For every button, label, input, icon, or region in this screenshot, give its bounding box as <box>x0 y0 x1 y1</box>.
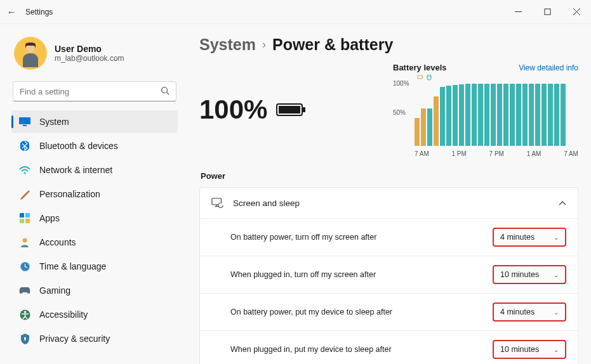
sidebar-item-label: Gaming <box>39 285 70 296</box>
dropdown-screen-plugged[interactable]: 10 minutes ⌄ <box>493 265 566 284</box>
sidebar-item-label: Time & language <box>39 261 106 271</box>
svg-rect-11 <box>25 213 30 218</box>
svg-rect-7 <box>23 125 27 126</box>
accessibility-icon <box>19 309 30 320</box>
chart-bar <box>440 87 445 146</box>
battery-small-icon <box>417 74 424 81</box>
chart-bar <box>554 84 559 146</box>
maximize-button[interactable] <box>533 0 562 24</box>
chart-xtick: 7 AM <box>564 150 578 157</box>
chevron-up-icon <box>559 197 566 209</box>
sidebar-item-network[interactable]: Network & internet <box>11 159 178 181</box>
battery-icon <box>276 102 305 117</box>
search-box[interactable] <box>13 81 176 101</box>
sidebar-item-system[interactable]: System <box>11 110 178 133</box>
personalization-icon <box>19 188 30 200</box>
row-label: On battery power, put my device to sleep… <box>230 308 392 316</box>
user-email: m_lab@outlook.com <box>55 54 124 63</box>
svg-point-18 <box>23 311 26 313</box>
breadcrumb: System › Power & battery <box>199 36 578 54</box>
chevron-down-icon: ⌄ <box>554 309 559 316</box>
chart-bar <box>535 84 540 146</box>
sidebar-item-label: Personalization <box>39 189 100 199</box>
row-label: When plugged in, turn off my screen afte… <box>230 270 376 279</box>
svg-rect-6 <box>19 117 30 124</box>
svg-rect-1 <box>545 9 550 15</box>
chart-bar <box>478 84 483 146</box>
chart-bar <box>522 84 528 146</box>
screen-sleep-header[interactable]: Screen and sleep <box>200 188 578 218</box>
sidebar-item-personalization[interactable]: Personalization <box>11 183 178 205</box>
svg-rect-20 <box>24 339 25 341</box>
sidebar-item-privacy[interactable]: Privacy & security <box>11 327 178 350</box>
chart-xtick: 1 AM <box>527 150 541 157</box>
chart-bar <box>472 84 477 146</box>
time-icon <box>19 261 30 272</box>
chevron-down-icon: ⌄ <box>554 234 559 241</box>
panel-row-screen-battery: On battery power, turn off my screen aft… <box>200 218 578 256</box>
chart-xtick: 7 PM <box>489 150 504 157</box>
chevron-down-icon: ⌄ <box>554 346 559 353</box>
section-title-power: Power <box>201 171 578 181</box>
svg-rect-10 <box>20 213 24 218</box>
chart-bar <box>529 84 534 146</box>
window-title: Settings <box>25 8 53 16</box>
close-icon <box>573 8 580 15</box>
screen-sleep-panel: Screen and sleep On battery power, turn … <box>199 187 578 364</box>
panel-title: Screen and sleep <box>233 198 300 208</box>
chart-bar <box>459 84 464 146</box>
chart-bar <box>548 84 553 146</box>
svg-point-14 <box>23 238 27 243</box>
svg-rect-22 <box>279 106 300 114</box>
chart-bar <box>421 108 426 146</box>
chart-bar <box>446 86 451 146</box>
plug-icon <box>427 74 432 81</box>
sidebar: User Demo m_lab@outlook.com System Bluet… <box>0 24 185 364</box>
sidebar-item-label: System <box>39 117 69 127</box>
panel-row-screen-plugged: When plugged in, turn off my screen afte… <box>200 256 578 293</box>
maximize-icon <box>544 8 551 15</box>
sidebar-item-label: Privacy & security <box>39 334 110 344</box>
close-button[interactable] <box>562 0 591 24</box>
chart-bar <box>541 84 547 146</box>
chart-bars <box>415 84 566 146</box>
sidebar-item-label: Apps <box>39 213 60 223</box>
svg-line-5 <box>167 92 169 94</box>
breadcrumb-parent[interactable]: System <box>199 36 256 54</box>
chart-bar <box>503 84 508 146</box>
user-profile[interactable]: User Demo m_lab@outlook.com <box>9 34 180 79</box>
dropdown-value: 4 minutes <box>500 308 535 316</box>
sidebar-item-gaming[interactable]: Gaming <box>11 279 178 302</box>
sidebar-item-accessibility[interactable]: Accessibility <box>11 303 178 326</box>
chevron-right-icon: › <box>262 38 266 51</box>
sidebar-item-time[interactable]: Time & language <box>11 255 178 278</box>
main-content: System › Power & battery 100% Battery le… <box>185 24 591 364</box>
back-button[interactable]: ← <box>0 6 23 17</box>
sidebar-item-accounts[interactable]: Accounts <box>11 231 178 254</box>
chart-bar <box>434 96 439 146</box>
minimize-button[interactable] <box>503 0 533 24</box>
chart-title: Battery levels <box>393 63 447 72</box>
panel-row-sleep-plugged: When plugged in, put my device to sleep … <box>200 330 578 364</box>
dropdown-screen-battery[interactable]: 4 minutes ⌄ <box>493 228 566 247</box>
titlebar: ← Settings <box>0 0 591 24</box>
row-label: When plugged in, put my device to sleep … <box>230 345 392 354</box>
dropdown-sleep-battery[interactable]: 4 minutes ⌄ <box>493 302 566 322</box>
chart-bar <box>465 84 470 146</box>
dropdown-value: 4 minutes <box>500 233 535 242</box>
svg-point-4 <box>162 87 168 93</box>
page-title: Power & battery <box>272 36 393 54</box>
system-icon <box>19 116 30 127</box>
chart-ytick: 50% <box>393 109 406 116</box>
minimize-icon <box>515 8 522 15</box>
panel-row-sleep-battery: On battery power, put my device to sleep… <box>200 293 578 330</box>
search-input[interactable] <box>20 87 161 96</box>
dropdown-sleep-plugged[interactable]: 10 minutes ⌄ <box>493 340 566 359</box>
chart-bar <box>497 84 502 146</box>
sidebar-item-bluetooth[interactable]: Bluetooth & devices <box>11 134 178 157</box>
user-name: User Demo <box>55 44 124 54</box>
sidebar-item-apps[interactable]: Apps <box>11 207 178 230</box>
row-label: On battery power, turn off my screen aft… <box>230 233 376 242</box>
svg-rect-25 <box>422 77 423 78</box>
chart-detail-link[interactable]: View detailed info <box>519 63 578 72</box>
